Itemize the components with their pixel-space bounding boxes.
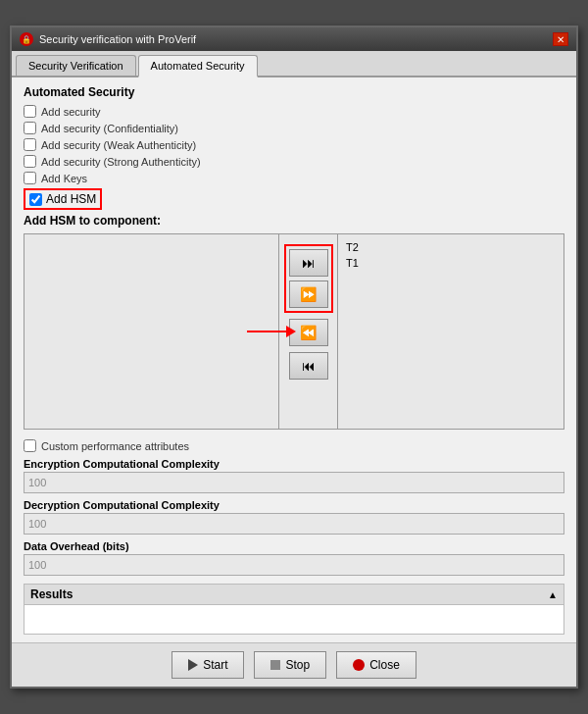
add-security-strong-label: Add security (Strong Authenticity) [41,156,201,168]
performance-section: Custom performance attributes Encryption… [24,439,564,576]
titlebar-left: 🔒 Security verification with ProVerif [20,32,196,46]
add-hsm-highlighted: Add HSM [24,188,102,210]
arrow-head [286,326,296,337]
results-body [24,605,564,635]
add-security-weak-checkbox[interactable] [24,138,36,151]
add-hsm-label: Add HSM [46,192,96,206]
tab-security-verification[interactable]: Security Verification [16,55,136,76]
stop-label: Stop [285,658,310,672]
start-button[interactable]: Start [172,651,244,679]
close-red-icon [353,659,365,671]
close-button[interactable]: Close [336,651,416,679]
checkbox-custom-perf: Custom performance attributes [24,439,564,452]
move-one-right-icon: ⏩ [300,286,317,302]
play-icon [188,659,198,671]
hsm-section-label: Add HSM to component: [24,214,564,228]
move-all-left-icon: ⏮ [302,358,316,374]
move-all-right-button[interactable]: ⏭ [289,249,328,277]
data-overhead-label: Data Overhead (bits) [24,540,564,552]
add-security-confidentiality-checkbox[interactable] [24,122,36,134]
results-section: Results ▲ [24,584,564,635]
hsm-available-list [24,234,279,429]
checkbox-confidentiality: Add security (Confidentiality) [24,122,564,134]
window-title: Security verification with ProVerif [39,33,196,45]
add-security-label: Add security [41,106,101,118]
custom-perf-checkbox[interactable] [24,439,36,452]
add-hsm-checkbox[interactable] [29,193,42,206]
component-t2[interactable]: T2 [344,240,558,254]
add-keys-label: Add Keys [41,173,87,184]
close-label: Close [369,658,400,672]
add-security-weak-label: Add security (Weak Authenticity) [41,139,196,151]
encryption-label: Encryption Computational Complexity [24,458,564,470]
start-label: Start [203,658,227,672]
move-all-left-button[interactable]: ⏮ [289,352,328,380]
stop-button[interactable]: Stop [254,651,326,679]
window-close-button[interactable]: ✕ [553,32,568,46]
decryption-input[interactable] [24,513,564,535]
move-one-right-button[interactable]: ⏩ [289,280,328,308]
checkbox-add-keys: Add Keys [24,172,564,184]
arrow-indicator [247,326,296,337]
app-icon: 🔒 [20,32,33,46]
bottom-bar: Start Stop Close [12,642,576,687]
add-security-strong-checkbox[interactable] [24,155,36,168]
arrow-line [247,331,286,332]
encryption-input[interactable] [24,472,564,493]
checkbox-strong-auth: Add security (Strong Authenticity) [24,155,564,168]
hsm-selected-list: T2 T1 [338,234,564,429]
titlebar: 🔒 Security verification with ProVerif ✕ [12,27,576,51]
add-hsm-row: Add HSM [24,188,564,210]
move-one-left-icon: ⏪ [300,325,317,340]
hsm-panel-wrapper: ⏭ ⏩ ⏪ ⏮ T2 T1 [24,233,564,430]
stop-icon [270,660,280,670]
results-label: Results [30,587,73,601]
checkbox-add-security: Add security [24,105,564,118]
tab-bar: Security Verification Automated Security [12,51,576,77]
add-keys-checkbox[interactable] [24,172,36,184]
main-content: Automated Security Add security Add secu… [12,77,576,642]
main-window: 🔒 Security verification with ProVerif ✕ … [10,26,578,688]
decryption-label: Decryption Computational Complexity [24,499,564,511]
results-header: Results ▲ [24,584,564,605]
component-t1[interactable]: T1 [344,256,558,270]
add-security-confidentiality-label: Add security (Confidentiality) [41,123,178,134]
add-security-checkbox[interactable] [24,105,36,118]
section-title: Automated Security [24,85,564,99]
highlighted-transfer-group: ⏭ ⏩ [284,244,333,313]
data-overhead-input[interactable] [24,554,564,576]
custom-perf-label: Custom performance attributes [41,440,189,452]
checkbox-weak-auth: Add security (Weak Authenticity) [24,138,564,151]
move-all-right-icon: ⏭ [302,255,316,271]
tab-automated-security[interactable]: Automated Security [138,55,258,77]
results-scroll-icon: ▲ [548,589,558,600]
